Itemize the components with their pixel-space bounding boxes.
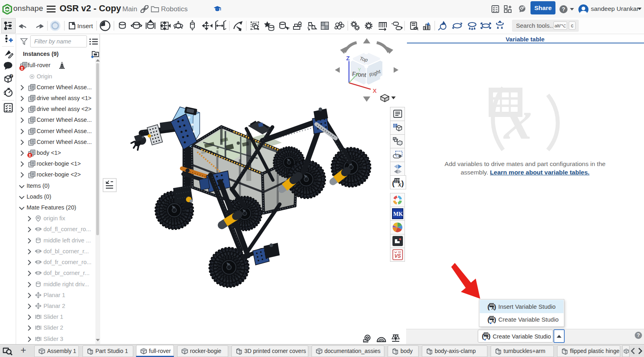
svg-text:x: x <box>503 88 532 151</box>
svg-text:): ) <box>494 316 496 324</box>
svg-text:?: ? <box>10 74 12 78</box>
svg-text:Insert: Insert <box>77 23 93 29</box>
svg-text:Z: Z <box>346 55 350 62</box>
svg-text:): ) <box>494 303 496 311</box>
svg-text:): ) <box>401 179 404 187</box>
svg-text:): ) <box>488 332 491 340</box>
svg-text:X: X <box>373 88 377 94</box>
svg-text:MK: MK <box>393 211 403 217</box>
svg-text:x: x <box>398 181 401 188</box>
svg-text:VS: VS <box>394 253 401 259</box>
svg-text:Y: Y <box>358 67 361 73</box>
svg-text:(: ( <box>392 179 395 187</box>
